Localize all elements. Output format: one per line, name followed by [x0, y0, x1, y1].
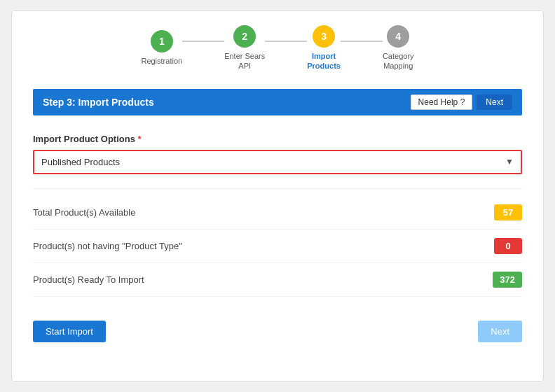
step-header-buttons: Need Help ? Next	[411, 94, 512, 110]
step-1: 1 Registration	[141, 30, 182, 66]
step-1-circle: 1	[151, 30, 173, 52]
step-connector-1	[182, 41, 224, 42]
next-header-button[interactable]: Next	[477, 94, 512, 110]
bottom-area: Start Import Next	[33, 321, 522, 342]
step-3-label: ImportProducts	[307, 51, 341, 71]
stat-label-no-type: Product(s) not having "Product Type"	[33, 241, 483, 251]
field-label: Import Product Options *	[33, 134, 522, 144]
select-wrapper[interactable]: Published Products All Products Draft Pr…	[33, 150, 522, 174]
start-import-button[interactable]: Start Import	[33, 321, 106, 342]
step-2: 2 Enter SearsAPI	[224, 25, 265, 71]
stat-label-total: Total Product(s) Available	[33, 207, 483, 218]
stat-badge-no-type: 0	[494, 238, 522, 254]
step-connector-3	[341, 41, 383, 42]
stat-row-ready: Product(s) Ready To Import 372	[33, 263, 522, 297]
stepper: 1 Registration 2 Enter SearsAPI 3 Import…	[33, 25, 522, 71]
step-3-circle: 3	[313, 25, 335, 48]
stat-badge-ready: 372	[493, 272, 522, 288]
step-4: 4 CategoryMapping	[383, 25, 414, 71]
step-header: Step 3: Import Products Need Help ? Next	[33, 89, 522, 115]
stat-badge-total: 57	[494, 204, 522, 220]
stat-row-no-type: Product(s) not having "Product Type" 0	[33, 230, 522, 263]
stat-label-ready: Product(s) Ready To Import	[33, 274, 481, 285]
step-header-title: Step 3: Import Products	[43, 97, 154, 108]
step-2-label: Enter SearsAPI	[224, 51, 265, 71]
step-4-label: CategoryMapping	[383, 51, 414, 71]
step-4-circle: 4	[387, 25, 409, 48]
main-container: 1 Registration 2 Enter SearsAPI 3 Import…	[11, 10, 544, 382]
step-1-label: Registration	[141, 56, 182, 66]
help-button[interactable]: Need Help ?	[411, 94, 473, 110]
stats-section: Total Product(s) Available 57 Product(s)…	[33, 188, 522, 297]
product-options-select[interactable]: Published Products All Products Draft Pr…	[34, 151, 521, 173]
next-bottom-button[interactable]: Next	[478, 321, 522, 342]
content-area: Import Product Options * Published Produ…	[33, 127, 522, 304]
step-connector-2	[265, 41, 307, 42]
step-3: 3 ImportProducts	[307, 25, 341, 71]
step-2-circle: 2	[233, 25, 256, 48]
required-marker: *	[138, 134, 142, 144]
stat-row-total: Total Product(s) Available 57	[33, 196, 522, 230]
